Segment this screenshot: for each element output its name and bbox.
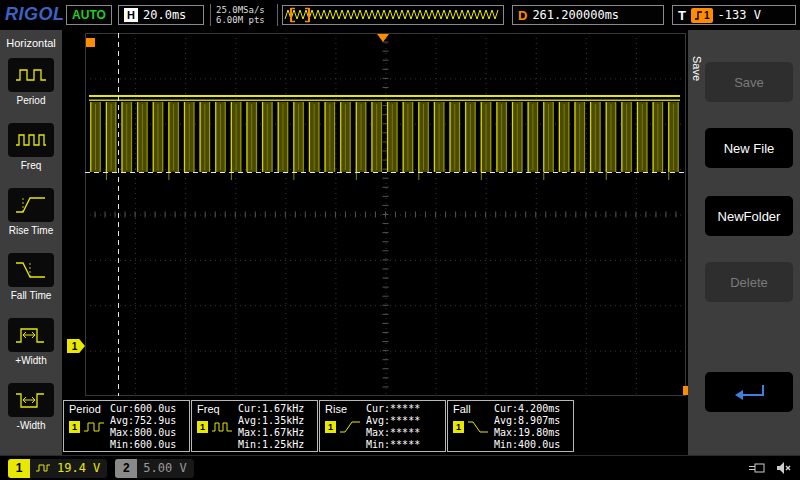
measurement-fall[interactable]: Fall 1 Cur:4.200ms Avg:8.907ms Max:19.80… xyxy=(447,400,574,452)
horizontal-scale-value: 20.0ms xyxy=(143,8,186,22)
minus-width-icon xyxy=(8,383,54,417)
measurement-cur: Cur:600.0us xyxy=(110,403,189,415)
trigger-label: T xyxy=(678,8,686,23)
menu-item-label: -Width xyxy=(0,420,62,431)
period-waveform-icon xyxy=(83,420,105,434)
trigger-time-edge-marker xyxy=(86,38,95,47)
right-menu-tab-label: Save xyxy=(691,56,703,81)
right-softkey-menu: Save Save New File NewFolder Delete xyxy=(688,30,800,455)
delete-button[interactable]: Delete xyxy=(705,262,793,302)
measurement-label-block: Rise 1 xyxy=(320,401,366,451)
measurement-values: Cur:600.0us Avg:752.9us Max:800.0us Min:… xyxy=(110,401,189,451)
measurement-cur: Cur:4.200ms xyxy=(494,403,573,415)
run-status-badge[interactable]: AUTO xyxy=(66,5,112,25)
bottom-channel-bar: 1 19.4 V 2 5.00 V xyxy=(0,455,800,480)
menu-item-label: Fall Time xyxy=(0,290,62,301)
menu-item-freq[interactable]: Freq xyxy=(0,123,62,185)
oscilloscope-screen: RIGOL AUTO H 20.0ms 25.0MSa/s 6.00M pts … xyxy=(0,0,800,480)
channel1-badge: 1 xyxy=(8,459,30,478)
channel2-chip[interactable]: 2 5.00 V xyxy=(115,459,193,478)
measurement-avg: Avg:***** xyxy=(366,415,445,427)
fall-waveform-icon xyxy=(467,420,489,434)
menu-item-minus-width[interactable]: -Width xyxy=(0,383,62,445)
measurement-period[interactable]: Period 1 Cur:600.0us Avg:752.9us Max:800… xyxy=(63,400,190,452)
horizontal-icon: H xyxy=(124,8,138,22)
menu-item-label: Freq xyxy=(0,160,62,171)
menu-item-label: +Width xyxy=(0,355,62,366)
measurement-freq[interactable]: Freq 1 Cur:1.67kHz Avg:1.35kHz Max:1.67k… xyxy=(191,400,318,452)
menu-item-label: Period xyxy=(0,95,62,106)
speaker-mute-icon xyxy=(776,461,792,475)
measurement-label-block: Freq 1 xyxy=(192,401,238,451)
measurement-avg: Avg:8.907ms xyxy=(494,415,573,427)
delay-label: D xyxy=(518,8,527,23)
channel1-chip[interactable]: 1 19.4 V xyxy=(8,459,107,478)
sample-rate-value: 25.0MSa/s xyxy=(216,5,277,15)
measurement-max: Max:1.67kHz xyxy=(238,427,317,439)
measurement-max: Max:19.80ms xyxy=(494,427,573,439)
measurement-name: Fall xyxy=(453,403,494,415)
measurement-min: Min:***** xyxy=(366,439,445,451)
rising-edge-icon xyxy=(694,10,703,21)
measurement-min: Min:1.25kHz xyxy=(238,439,317,451)
top-status-bar: RIGOL AUTO H 20.0ms 25.0MSa/s 6.00M pts … xyxy=(0,0,800,30)
measurement-values: Cur:***** Avg:***** Max:***** Min:***** xyxy=(366,401,445,451)
rise-time-icon xyxy=(8,188,54,222)
back-button[interactable] xyxy=(705,372,793,412)
measurement-min: Min:400.0us xyxy=(494,439,573,451)
measurement-max: Max:800.0us xyxy=(110,427,189,439)
trigger-source-channel: 1 xyxy=(704,10,710,21)
measurement-cur: Cur:***** xyxy=(366,403,445,415)
channel1-coupling-icon xyxy=(35,462,51,474)
memory-waveform-preview[interactable] xyxy=(282,5,504,25)
measurement-rise[interactable]: Rise 1 Cur:***** Avg:***** Max:***** Min… xyxy=(319,400,446,452)
left-menu-title: Horizontal xyxy=(0,30,62,49)
memory-depth-value: 6.00M pts xyxy=(216,15,277,25)
fall-time-icon xyxy=(8,253,54,287)
horizontal-scale-box[interactable]: H 20.0ms xyxy=(118,5,204,25)
menu-item-fall-time[interactable]: Fall Time xyxy=(0,253,62,315)
usb-icon xyxy=(748,461,766,475)
measurement-max: Max:***** xyxy=(366,427,445,439)
measurement-source-badge: 1 xyxy=(197,421,208,433)
measurement-source-badge: 1 xyxy=(453,421,464,433)
return-arrow-icon xyxy=(727,381,771,403)
freq-icon xyxy=(8,123,54,157)
new-file-button[interactable]: New File xyxy=(705,128,793,168)
save-button[interactable]: Save xyxy=(705,62,793,102)
left-softkey-menu: Horizontal Period Freq Rise Time Fall Ti… xyxy=(0,30,62,455)
measurement-values: Cur:4.200ms Avg:8.907ms Max:19.80ms Min:… xyxy=(494,401,573,451)
measurement-values: Cur:1.67kHz Avg:1.35kHz Max:1.67kHz Min:… xyxy=(238,401,317,451)
measurement-source-badge: 1 xyxy=(325,421,336,433)
measurement-label-block: Period 1 xyxy=(64,401,110,451)
channel2-badge: 2 xyxy=(115,459,137,478)
acquisition-info: 25.0MSa/s 6.00M pts xyxy=(210,4,278,26)
period-icon xyxy=(8,58,54,92)
plus-width-icon xyxy=(8,318,54,352)
new-folder-button[interactable]: NewFolder xyxy=(705,196,793,236)
horizontal-delay-box[interactable]: D 261.200000ms xyxy=(512,5,664,25)
scope-grid-canvas xyxy=(85,33,686,396)
measurement-avg: Avg:752.9us xyxy=(110,415,189,427)
channel1-scale-value: 19.4 V xyxy=(57,461,100,475)
measurement-source-badge: 1 xyxy=(69,421,80,433)
rise-waveform-icon xyxy=(339,420,361,434)
measurement-label-block: Fall 1 xyxy=(448,401,494,451)
delay-value: 261.200000ms xyxy=(532,8,619,22)
menu-item-rise-time[interactable]: Rise Time xyxy=(0,188,62,250)
measurement-avg: Avg:1.35kHz xyxy=(238,415,317,427)
scope-display: 1 xyxy=(62,30,688,455)
rigol-logo: RIGOL xyxy=(5,4,65,25)
measurement-cur: Cur:1.67kHz xyxy=(238,403,317,415)
measurement-name: Rise xyxy=(325,403,366,415)
trigger-info-box[interactable]: T 1 -133 V xyxy=(672,5,796,25)
menu-item-plus-width[interactable]: +Width xyxy=(0,318,62,380)
trigger-source-badge: 1 xyxy=(691,8,713,23)
menu-item-label: Rise Time xyxy=(0,225,62,236)
channel2-scale-value: 5.00 V xyxy=(143,461,186,475)
ch1-ground-marker[interactable]: 1 xyxy=(67,339,85,353)
trigger-position-marker[interactable] xyxy=(377,34,389,42)
freq-waveform-icon xyxy=(211,420,233,434)
measurement-min: Min:600.0us xyxy=(110,439,189,451)
menu-item-period[interactable]: Period xyxy=(0,58,62,120)
